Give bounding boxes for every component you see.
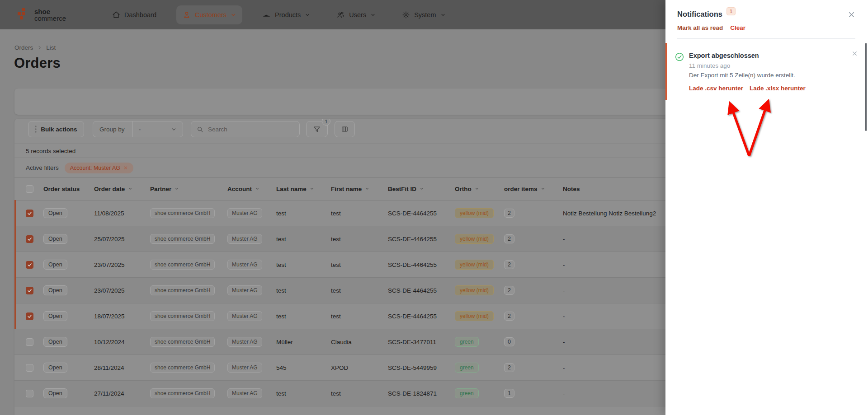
bestfit-id-cell: SCS-DE-4464255 — [388, 236, 455, 242]
nav-item-products[interactable]: Products — [256, 5, 316, 24]
sort-chevron-icon — [175, 187, 179, 191]
ortho-badge: green — [455, 363, 479, 373]
nav-item-customers[interactable]: Customers — [176, 5, 242, 24]
row-checkbox[interactable] — [26, 390, 33, 397]
checkbox-cell — [25, 390, 43, 397]
last-name-cell: test — [276, 210, 331, 217]
column-label: BestFit ID — [388, 186, 416, 192]
filter-button[interactable]: 1 — [306, 121, 328, 137]
order-date-cell: 18/07/2025 — [94, 313, 150, 320]
breadcrumb-chevron-icon — [37, 45, 42, 50]
checkbox-cell — [25, 338, 43, 346]
first-name-cell: XPOD — [331, 364, 388, 371]
clear-notifications-link[interactable]: Clear — [730, 24, 745, 31]
partner-chip: shoe commerce GmbH — [150, 234, 215, 244]
order-items-count: 2 — [504, 286, 514, 295]
search-input[interactable] — [208, 126, 294, 133]
first-name-cell: test — [331, 236, 388, 242]
last-name-cell: test — [276, 261, 331, 268]
header-checkbox-cell — [25, 185, 43, 193]
brand-line2: commerce — [34, 14, 66, 22]
last-name-cell: 545 — [276, 364, 331, 371]
breadcrumb: Orders List — [14, 44, 56, 51]
bulk-actions-button[interactable]: Bulk actions — [28, 121, 84, 137]
breadcrumb-orders[interactable]: Orders — [14, 44, 33, 51]
column-header-account[interactable]: Account — [227, 186, 276, 192]
nav-item-users[interactable]: Users — [330, 5, 382, 24]
order-date-cell: 27/11/2024 — [94, 390, 150, 397]
notification-title: Export abgeschlossen — [689, 52, 855, 59]
row-checkbox[interactable] — [26, 312, 33, 320]
account-chip: Muster AG — [227, 285, 262, 295]
customer-icon — [183, 11, 191, 19]
row-checkbox[interactable] — [26, 261, 33, 269]
panel-scrollbar[interactable] — [865, 43, 867, 131]
column-header-order-status: Order status — [43, 186, 94, 192]
column-settings-button[interactable] — [335, 121, 355, 137]
first-name-cell: test — [331, 210, 388, 217]
column-header-partner[interactable]: Partner — [150, 186, 227, 192]
checkbox-cell — [25, 287, 43, 294]
nav-item-label: Products — [275, 11, 301, 19]
ortho-badge: yellow (mid) — [455, 285, 494, 295]
order-status-badge: Open — [43, 260, 67, 270]
column-header-first-name[interactable]: First name — [331, 186, 388, 192]
order-date-cell: 28/11/2024 — [94, 364, 150, 371]
column-header-order-items[interactable]: order items — [504, 186, 563, 192]
order-date-cell: 23/07/2025 — [94, 287, 150, 294]
bestfit-id-cell: SCS-DE-4464255 — [388, 313, 455, 320]
column-label: order items — [504, 186, 538, 192]
column-header-order-date[interactable]: Order date — [94, 186, 150, 192]
remove-filter-icon[interactable]: ✕ — [123, 165, 128, 171]
checkbox-cell — [25, 261, 43, 269]
last-name-cell: test — [276, 390, 331, 397]
first-name-cell: test — [331, 287, 388, 294]
filter-chip-account[interactable]: Account: Muster AG ✕ — [65, 163, 133, 173]
nav-item-system[interactable]: System — [396, 5, 452, 24]
select-all-checkbox[interactable] — [26, 185, 33, 193]
dismiss-notification-icon[interactable] — [852, 51, 858, 56]
column-label: Notes — [563, 186, 580, 192]
filter-count-badge: 1 — [322, 119, 330, 126]
app-viewport: shoe commerce DashboardCustomersProducts… — [0, 0, 868, 415]
first-name-cell: test — [331, 390, 388, 397]
ortho-badge: yellow (mid) — [455, 260, 494, 270]
shoe-product-icon — [262, 11, 271, 19]
row-checkbox[interactable] — [26, 210, 33, 217]
column-header-bestfit-id[interactable]: BestFit ID — [388, 186, 455, 192]
account-chip: Muster AG — [227, 234, 262, 244]
column-label: Ortho — [455, 186, 472, 192]
checkbox-cell — [25, 235, 43, 243]
funnel-filter-icon — [313, 126, 321, 133]
last-name-cell: Müller — [276, 339, 331, 345]
nav-item-dashboard[interactable]: Dashboard — [106, 5, 163, 24]
checkbox-cell — [25, 364, 43, 372]
breadcrumb-list[interactable]: List — [46, 44, 56, 51]
home-icon — [112, 11, 120, 19]
download-xlsx-link[interactable]: Lade .xlsx herunter — [750, 85, 806, 92]
group-by-label: Group by — [93, 121, 133, 137]
row-checkbox[interactable] — [26, 364, 33, 372]
row-checkbox[interactable] — [26, 338, 33, 346]
row-checkbox[interactable] — [26, 287, 33, 294]
partner-chip: shoe commerce GmbH — [150, 260, 215, 270]
account-chip: Muster AG — [227, 208, 262, 218]
column-header-ortho[interactable]: Ortho — [455, 186, 504, 192]
order-items-count: 2 — [504, 363, 514, 372]
group-by-select[interactable]: - — [133, 121, 183, 137]
sort-chevron-icon — [475, 187, 479, 191]
account-chip: Muster AG — [227, 311, 262, 321]
row-checkbox[interactable] — [26, 235, 33, 243]
search-icon — [197, 126, 203, 133]
columns-icon — [341, 126, 349, 133]
column-label: Last name — [276, 186, 307, 192]
column-header-last-name[interactable]: Last name — [276, 186, 331, 192]
mark-all-read-link[interactable]: Mark all as read — [677, 24, 723, 31]
account-chip: Muster AG — [227, 388, 262, 398]
download-csv-link[interactable]: Lade .csv herunter — [689, 85, 743, 92]
brand-logo[interactable]: shoe commerce — [17, 8, 66, 22]
gear-icon — [402, 11, 410, 19]
close-panel-icon[interactable] — [848, 11, 855, 19]
group-by-control: Group by - — [93, 121, 183, 137]
order-items-count: 1 — [504, 389, 514, 398]
